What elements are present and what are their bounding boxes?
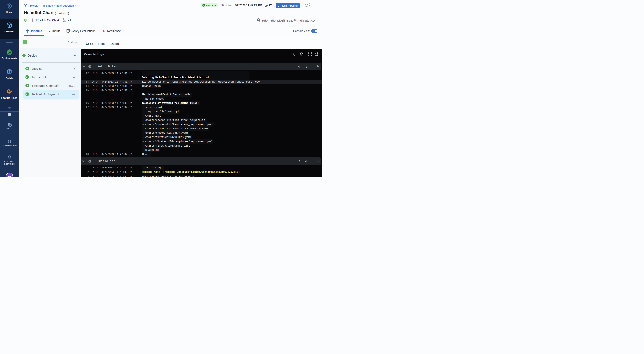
svg-text:?: ? (8, 123, 10, 125)
